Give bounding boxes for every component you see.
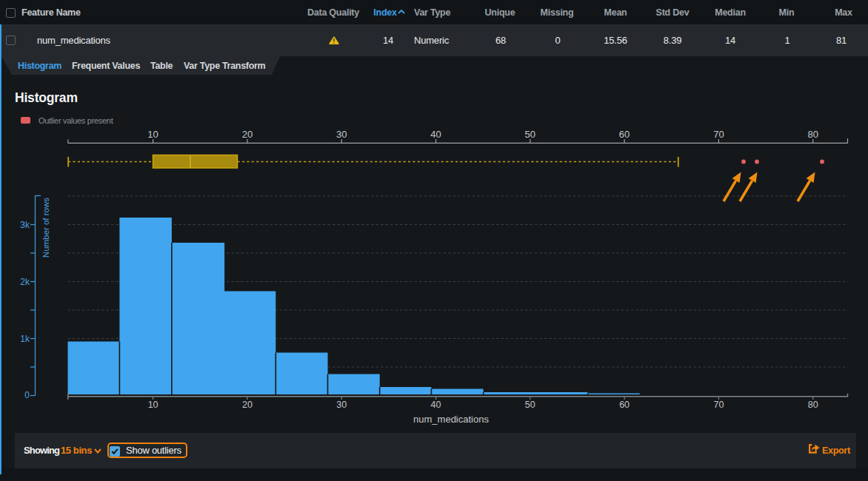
svg-text:30: 30 xyxy=(336,400,347,410)
svg-text:0: 0 xyxy=(24,390,30,400)
svg-text:80: 80 xyxy=(807,129,818,140)
svg-text:num_medications: num_medications xyxy=(413,414,489,425)
svg-text:40: 40 xyxy=(431,400,441,410)
svg-text:10: 10 xyxy=(148,400,158,410)
svg-text:40: 40 xyxy=(430,129,441,140)
svg-text:70: 70 xyxy=(713,400,724,410)
svg-text:Number of rows: Number of rows xyxy=(41,198,50,258)
svg-text:2k: 2k xyxy=(20,277,30,287)
svg-text:10: 10 xyxy=(147,129,158,140)
svg-text:1k: 1k xyxy=(20,334,30,344)
svg-text:3k: 3k xyxy=(20,220,30,230)
svg-text:70: 70 xyxy=(713,129,724,140)
svg-text:50: 50 xyxy=(525,129,535,140)
svg-text:30: 30 xyxy=(336,129,347,140)
svg-text:60: 60 xyxy=(619,129,630,140)
svg-text:20: 20 xyxy=(242,400,253,410)
svg-text:80: 80 xyxy=(808,400,818,410)
svg-text:50: 50 xyxy=(525,400,535,410)
svg-text:60: 60 xyxy=(619,400,630,410)
svg-text:20: 20 xyxy=(242,129,253,140)
